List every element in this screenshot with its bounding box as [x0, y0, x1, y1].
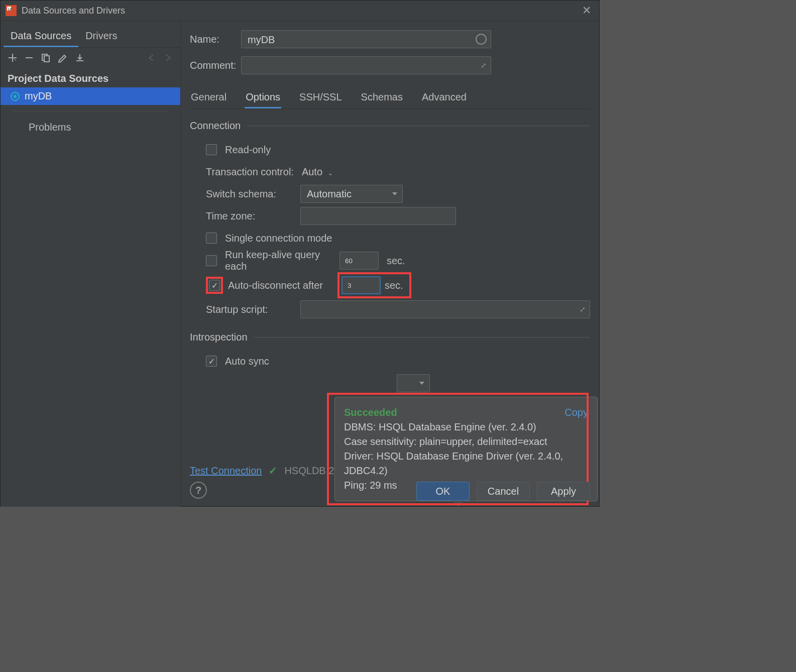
introspection-heading: Introspection [190, 331, 590, 343]
ok-button[interactable]: OK [416, 482, 470, 501]
help-button[interactable]: ? [190, 482, 207, 499]
switch-schema-dropdown[interactable]: Automatic [300, 185, 403, 203]
single-connection-row: Single connection mode [206, 227, 590, 249]
time-zone-label: Time zone: [206, 210, 292, 222]
tab-drivers[interactable]: Drivers [78, 26, 124, 47]
startup-script-label: Startup script: [206, 304, 292, 315]
tab-general[interactable]: General [190, 87, 228, 108]
transaction-value[interactable]: Auto ⌄ [302, 166, 333, 178]
hidden-dropdown-row [206, 372, 590, 394]
sidebar-separator [14, 111, 167, 111]
name-row: Name: [190, 30, 590, 48]
auto-disconnect-input[interactable] [342, 276, 381, 294]
auto-sync-checkbox[interactable] [206, 356, 217, 367]
tooltip-line-3: Driver: HSQL Database Engine Driver (ver… [344, 449, 588, 478]
dialog-title: Data Sources and Drivers [22, 6, 579, 16]
sidebar: Data Sources Drivers Project Data Source… [1, 21, 181, 507]
keep-alive-unit: sec. [387, 255, 405, 267]
content-panel: Name: Comment: ⤢ General Options SSH/SSL… [181, 21, 599, 507]
tooltip-tail [452, 501, 465, 507]
comment-label: Comment: [190, 60, 241, 71]
transaction-row: Transaction control: Auto ⌄ [206, 161, 590, 183]
comment-field-wrapper: ⤢ [241, 56, 491, 74]
keep-alive-input[interactable] [339, 252, 379, 270]
tooltip-title: Succeeded [344, 405, 397, 420]
detail-tabs: General Options SSH/SSL Schemas Advanced [190, 87, 590, 109]
keep-alive-label: Run keep-alive query each [225, 249, 331, 272]
connection-section: Connection Read-only Transaction control… [190, 120, 590, 320]
time-zone-row: Time zone: [206, 205, 590, 227]
time-zone-input[interactable] [300, 207, 456, 225]
comment-input[interactable] [247, 57, 470, 75]
auto-disconnect-row: Auto-disconnect after sec. [206, 272, 590, 298]
svg-text:IJ: IJ [8, 7, 11, 12]
tooltip-copy-link[interactable]: Copy [564, 405, 588, 420]
name-label: Name: [190, 34, 241, 45]
highlight-checkbox [206, 277, 223, 294]
name-input[interactable] [247, 31, 470, 49]
main-area: Data Sources Drivers Project Data Source… [1, 21, 599, 507]
startup-script-row: Startup script: ⤢ [206, 298, 590, 320]
connection-heading: Connection [190, 120, 590, 132]
close-icon[interactable]: ✕ [579, 4, 594, 17]
startup-script-field-wrapper: ⤢ [300, 300, 590, 318]
back-icon[interactable] [146, 53, 156, 63]
auto-disconnect-unit: sec. [385, 280, 403, 291]
startup-script-input[interactable] [306, 301, 570, 319]
datasource-icon [11, 92, 20, 101]
expand-icon[interactable]: ⤢ [580, 305, 586, 313]
import-icon[interactable] [75, 53, 85, 63]
read-only-label: Read-only [225, 144, 271, 156]
name-field-wrapper [241, 30, 491, 48]
comment-row: Comment: ⤢ [190, 56, 590, 74]
tab-advanced[interactable]: Advanced [421, 87, 468, 108]
svg-point-7 [14, 95, 17, 98]
auto-sync-label: Auto sync [225, 356, 269, 367]
sidebar-item-label: myDB [25, 90, 52, 102]
dialog-buttons: OK Cancel Apply [416, 482, 590, 501]
tab-schemas[interactable]: Schemas [360, 87, 404, 108]
auto-sync-row: Auto sync [206, 350, 590, 372]
tooltip-line-1: DBMS: HSQL Database Engine (ver. 2.4.0) [344, 420, 588, 434]
apply-button[interactable]: Apply [537, 482, 590, 501]
tab-options[interactable]: Options [245, 87, 281, 108]
keep-alive-checkbox[interactable] [206, 255, 217, 266]
titlebar: IJ Data Sources and Drivers ✕ [1, 1, 599, 21]
svg-rect-5 [44, 56, 49, 62]
test-connection-link[interactable]: Test Connection [190, 465, 262, 477]
progress-icon [476, 34, 487, 45]
tab-ssh-ssl[interactable]: SSH/SSL [298, 87, 343, 108]
chevron-down-icon: ⌄ [325, 169, 333, 177]
sidebar-tabs: Data Sources Drivers [1, 21, 180, 48]
settings-icon[interactable] [58, 53, 68, 63]
switch-schema-label: Switch schema: [206, 188, 292, 200]
highlight-field: sec. [337, 272, 411, 298]
add-icon[interactable] [8, 53, 18, 63]
expand-icon[interactable]: ⤢ [481, 61, 487, 69]
transaction-label: Transaction control: [206, 166, 294, 178]
tooltip-line-2: Case sensitivity: plain=upper, delimited… [344, 434, 588, 449]
sidebar-toolbar [1, 48, 180, 68]
switch-schema-row: Switch schema: Automatic [206, 183, 590, 205]
keep-alive-row: Run keep-alive query each sec. [206, 249, 590, 272]
success-check-icon: ✓ [269, 465, 277, 477]
tab-data-sources[interactable]: Data Sources [4, 26, 78, 47]
sidebar-item-problems[interactable]: Problems [1, 118, 180, 137]
svg-rect-3 [26, 57, 33, 58]
auto-disconnect-label: Auto-disconnect after [228, 280, 332, 291]
auto-disconnect-checkbox[interactable] [209, 280, 220, 291]
single-connection-checkbox[interactable] [206, 233, 217, 244]
remove-icon[interactable] [25, 53, 34, 62]
unknown-dropdown[interactable] [397, 374, 430, 392]
sidebar-item-mydb[interactable]: myDB [1, 87, 180, 105]
sidebar-section-header: Project Data Sources [1, 68, 180, 87]
cancel-button[interactable]: Cancel [477, 482, 530, 501]
read-only-row: Read-only [206, 139, 590, 161]
forward-icon[interactable] [163, 53, 173, 63]
single-connection-label: Single connection mode [225, 233, 332, 244]
dialog-window: IJ Data Sources and Drivers ✕ Data Sourc… [0, 0, 600, 507]
read-only-checkbox[interactable] [206, 144, 217, 155]
duplicate-icon[interactable] [41, 53, 51, 63]
app-icon: IJ [6, 5, 17, 16]
